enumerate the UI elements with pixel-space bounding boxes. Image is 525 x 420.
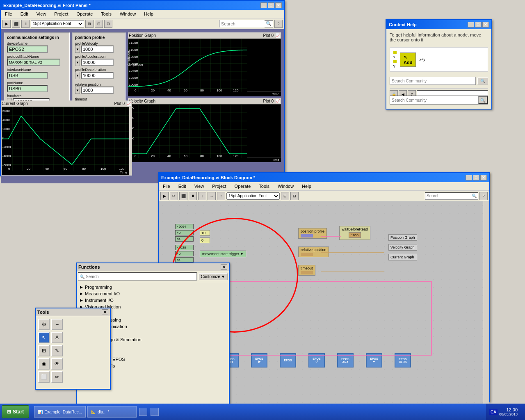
current-graph-expand-btn[interactable]: 📈 [126,101,131,106]
tool-pencil-icon[interactable]: ✏ [51,371,63,383]
bd-dist-btn[interactable]: ⊟ [290,192,299,200]
bd-close-btn[interactable]: ✕ [480,175,487,180]
port-name-value[interactable]: USB0 [7,85,48,92]
hex-node-h4[interactable]: h4 [175,236,194,242]
fp-search-input[interactable] [219,20,265,27]
num-0[interactable]: 0 [200,237,210,243]
bd-wait-node[interactable]: waitBeforeRead 1000 [339,226,370,240]
rp-dec[interactable]: ▼ [75,87,80,94]
fp-font-select[interactable]: 15pt Application Font [31,20,84,27]
tool-wire-icon[interactable]: ⊞ [38,345,50,356]
maximize-btn[interactable]: □ [268,2,274,8]
epos-node-7[interactable]: EPOS CLOS [395,353,411,368]
taskbar-quick-launch-1[interactable] [139,408,147,416]
fp-stop-btn[interactable]: ⬛ [12,20,20,28]
epos-node-4[interactable]: EPOS ↺ [308,353,325,368]
ch-maximize-btn[interactable]: □ [475,22,482,27]
hex-node-2028[interactable]: ×2028 [175,245,194,250]
epos-node-2[interactable]: EPOS ▶ [251,353,267,368]
pv-dec[interactable]: ▼ [75,46,80,53]
epos-node-3[interactable]: EPOS [280,353,296,368]
menu-window[interactable]: Window [117,11,138,17]
bd-maximize-btn[interactable]: □ [473,175,479,180]
profile-accel-value[interactable]: 10000 [81,59,114,66]
bd-minimize-btn[interactable]: _ [466,175,472,180]
menu-operate[interactable]: Operate [74,11,96,17]
fp-run-btn[interactable]: ▶ [2,20,11,28]
minimize-btn[interactable]: _ [260,2,267,8]
menu-file[interactable]: File [2,11,15,17]
bd-help-btn[interactable]: ? [479,192,488,200]
velocity-graph[interactable] [128,104,281,158]
menu-tools[interactable]: Tools [98,11,114,17]
menu-edit[interactable]: Edit [18,11,31,17]
num-10[interactable]: 10 [200,230,210,236]
position-graph[interactable]: Amplitude [128,39,281,92]
relative-position-value[interactable]: 1000 [81,87,114,94]
fp-resize-btn[interactable]: ⊡ [104,20,112,28]
profile-velocity-value[interactable]: 1000 [81,46,114,53]
bd-menu-window[interactable]: Window [275,183,296,189]
bd-timeout-node[interactable]: timeout [298,265,315,276]
search-community-btn[interactable]: 🔍 [478,96,488,104]
movement-trigger-dropdown[interactable]: ▼ [240,252,244,256]
bd-menu-help[interactable]: Help [299,183,314,189]
bd-step-over-btn[interactable]: → [208,192,216,200]
fp-help-btn[interactable]: ? [274,20,283,28]
bd-pause-btn[interactable]: ⏸ [189,192,197,200]
bd-menu-project[interactable]: Project [210,183,228,189]
ch-search-btn[interactable]: 🔍 [477,78,488,84]
bd-abort-btn[interactable]: ⬛ [179,192,187,200]
bd-search-input[interactable] [425,193,470,199]
fp-search-icon[interactable]: 🔍 [265,21,273,26]
tool-settings-icon[interactable]: ⚙ [38,319,50,330]
fn-customize-btn[interactable]: Customize▼ [199,273,228,280]
profile-decel-value[interactable]: 10000 [81,72,114,79]
fp-pause-btn[interactable]: ⏸ [21,20,30,28]
fp-align-btn[interactable]: ⊞ [85,20,94,28]
protocol-stack-value[interactable]: MAXON SERIAL V2 [7,59,60,66]
pd-dec[interactable]: ▼ [75,72,80,79]
fn-measurement-io[interactable]: ▶ Measurement I/O [78,290,227,297]
bd-step-into-btn[interactable]: ↓ [198,192,206,200]
search-community-input[interactable] [390,97,478,103]
taskbar-item-2[interactable]: 📐 dia... * [87,406,137,418]
fn-programming[interactable]: ▶ Programming [78,284,227,290]
menu-project[interactable]: Project [52,11,71,17]
taskbar-item-1[interactable]: 📊 Example_DataRec... [34,406,86,418]
hex-node-6064[interactable]: ×6064 [175,224,194,229]
start-button[interactable]: ⊞ Start [2,405,29,418]
ch-close-btn[interactable]: ✕ [482,22,489,27]
ch-minimize-btn[interactable]: _ [468,22,474,27]
bd-run-btn[interactable]: ▶ [160,192,169,200]
bd-menu-tools[interactable]: Tools [256,183,272,189]
tool-probe-icon[interactable]: ◉ [38,358,50,370]
wait-value[interactable]: 1000 [349,232,361,238]
bd-menu-edit[interactable]: Edit [176,183,189,189]
bd-relative-position-node[interactable]: relative position [298,247,329,257]
menu-help[interactable]: Help [142,11,156,17]
interface-name-value[interactable]: USB [7,72,48,79]
bd-step-out-btn[interactable]: ↑ [217,192,225,200]
bd-current-graph-label[interactable]: Current Graph [388,254,417,260]
taskbar-quick-launch-2[interactable] [151,408,159,416]
epos-node-5[interactable]: EPOS ANA [337,353,354,368]
bd-font-select[interactable]: 15pt Application Font [226,192,280,200]
fp-distribute-btn[interactable]: ⊟ [95,20,103,28]
bd-run-cont-btn[interactable]: ⟳ [170,192,178,200]
tool-cursor-icon[interactable]: ↖ [38,332,50,343]
device-name-value[interactable]: EPOS2 [7,46,48,53]
tool-text-icon[interactable]: A [51,332,63,343]
ch-search-input[interactable] [390,77,476,85]
tool-minus-icon[interactable]: − [51,319,63,330]
tool-color-icon[interactable]: ✎ [51,345,63,356]
bd-position-graph-label[interactable]: Position Graph [388,234,417,241]
bd-position-profile-node[interactable]: position profile [298,228,327,239]
position-graph-expand-btn[interactable]: 📈 [275,33,280,38]
fn-search-input[interactable] [86,274,196,279]
bd-menu-operate[interactable]: Operate [232,183,253,189]
velocity-graph-expand-btn[interactable]: 📈 [275,99,280,103]
current-graph[interactable] [2,107,129,170]
close-btn[interactable]: ✕ [275,2,282,8]
movement-trigger-node[interactable]: movement start trigger ▼ [200,251,246,257]
